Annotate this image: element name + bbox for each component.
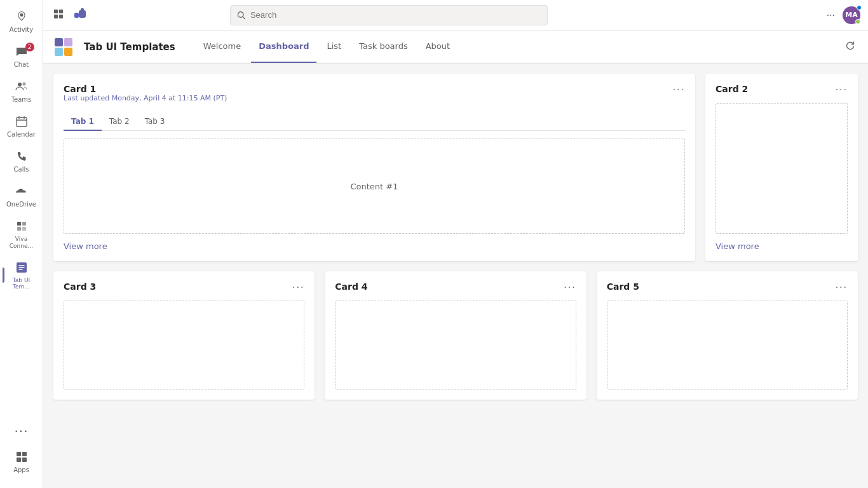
sidebar-item-label-viva: Viva Conne...: [5, 236, 38, 250]
svg-rect-22: [55, 48, 63, 56]
avatar[interactable]: MA: [843, 6, 860, 24]
svg-rect-3: [17, 222, 21, 226]
apps-icon: [14, 449, 29, 464]
online-dot: [857, 5, 862, 10]
app-header: Tab UI Templates Welcome Dashboard List …: [43, 30, 868, 64]
svg-rect-2: [17, 118, 27, 126]
search-bar[interactable]: [230, 5, 548, 25]
card-1-tab-2[interactable]: Tab 2: [102, 113, 137, 131]
viva-icon: [14, 219, 29, 234]
nav-item-welcome[interactable]: Welcome: [196, 30, 248, 63]
svg-rect-21: [64, 38, 72, 46]
onedrive-icon: [14, 184, 29, 199]
sidebar-item-viva[interactable]: Viva Conne...: [3, 215, 41, 254]
svg-rect-8: [17, 452, 21, 456]
svg-rect-13: [59, 10, 63, 13]
svg-rect-14: [54, 15, 58, 18]
teams-icon: [14, 79, 29, 94]
avatar-status-dot: [855, 19, 860, 24]
sidebar-more-button[interactable]: ···: [3, 420, 41, 443]
sidebar: Activity 2 Chat Teams Calend: [0, 0, 43, 488]
card-5-title: Card 5: [607, 281, 639, 292]
card-3-title: Card 3: [64, 281, 96, 292]
svg-rect-15: [59, 15, 63, 18]
activity-icon: [14, 9, 29, 24]
sidebar-item-label-calendar: Calendar: [7, 131, 36, 139]
card-5-header: Card 5 ···: [607, 281, 848, 293]
sidebar-item-label-onedrive: OneDrive: [6, 201, 36, 208]
sidebar-item-activity[interactable]: Activity: [3, 5, 41, 37]
sidebar-item-label-tabui: Tab UI Tem...: [5, 277, 38, 291]
nav-item-list[interactable]: List: [319, 30, 349, 63]
card-1-tab-1[interactable]: Tab 1: [64, 113, 102, 131]
refresh-button[interactable]: [843, 38, 858, 56]
sidebar-item-chat[interactable]: 2 Chat: [3, 40, 41, 72]
nav-item-dashboard[interactable]: Dashboard: [251, 30, 316, 63]
card-5-more-button[interactable]: ···: [836, 281, 848, 293]
card-4: Card 4 ···: [325, 271, 586, 400]
app-nav: Welcome Dashboard List Task boards About: [196, 30, 458, 63]
sidebar-item-onedrive[interactable]: OneDrive: [3, 180, 41, 212]
app-title: Tab UI Templates: [84, 41, 175, 53]
svg-rect-23: [64, 48, 72, 56]
card-2-more-button[interactable]: ···: [836, 84, 848, 95]
card-2-header: Card 2 ···: [715, 84, 848, 95]
card-1: Card 1 Last updated Monday, April 4 at 1…: [53, 74, 695, 261]
card-1-view-more[interactable]: View more: [64, 241, 685, 251]
svg-rect-6: [22, 227, 26, 231]
topbar-more-button[interactable]: ···: [824, 7, 837, 24]
content-area: Card 1 Last updated Monday, April 4 at 1…: [43, 64, 868, 488]
calls-icon: [14, 149, 29, 164]
card-2-content: [715, 103, 848, 234]
cards-bottom-row: Card 3 ··· Card 4 ··· Card 5 ···: [53, 271, 858, 400]
nav-item-about[interactable]: About: [418, 30, 458, 63]
card-1-tab-3[interactable]: Tab 3: [137, 113, 173, 131]
card-5-content: [607, 301, 848, 390]
card-4-header: Card 4 ···: [335, 281, 576, 293]
sidebar-item-label-apps: Apps: [13, 466, 29, 474]
svg-rect-9: [22, 452, 27, 456]
card-4-content: [335, 301, 576, 390]
grid-menu-button[interactable]: [51, 6, 66, 24]
sidebar-item-apps[interactable]: Apps: [3, 445, 41, 478]
card-3-header: Card 3 ···: [64, 281, 304, 293]
calendar-icon: [14, 114, 29, 129]
sidebar-item-label-activity: Activity: [10, 26, 33, 34]
search-input[interactable]: [250, 10, 541, 20]
chat-badge: 2: [25, 43, 34, 51]
svg-point-0: [18, 83, 22, 86]
card-1-content: Content #1: [64, 139, 685, 234]
sidebar-item-label-calls: Calls: [14, 166, 29, 173]
svg-point-17: [81, 8, 84, 11]
topbar: ··· MA: [43, 0, 868, 30]
search-icon: [237, 11, 245, 20]
card-1-title: Card 1: [64, 84, 227, 94]
teams-logo: [71, 6, 89, 24]
svg-rect-20: [55, 38, 63, 46]
card-1-header: Card 1 Last updated Monday, April 4 at 1…: [64, 84, 685, 110]
svg-rect-12: [54, 10, 58, 13]
sidebar-item-tabui[interactable]: Tab UI Tem...: [3, 256, 41, 295]
card-3: Card 3 ···: [53, 271, 315, 400]
card-2: Card 2 ··· View more: [705, 74, 858, 261]
svg-point-1: [22, 83, 25, 86]
nav-item-taskboards[interactable]: Task boards: [351, 30, 416, 63]
card-3-content: [64, 301, 304, 390]
topbar-right: ··· MA: [824, 6, 860, 24]
card-4-title: Card 4: [335, 281, 367, 292]
card-1-more-button[interactable]: ···: [673, 84, 685, 95]
sidebar-item-calls[interactable]: Calls: [3, 145, 41, 177]
more-dots-icon: ···: [14, 424, 29, 439]
card-2-view-more[interactable]: View more: [715, 241, 848, 251]
sidebar-item-calendar[interactable]: Calendar: [3, 110, 41, 142]
main-container: ··· MA Tab UI Templates Welcome Dashboar…: [43, 0, 868, 488]
svg-rect-11: [22, 458, 27, 462]
tabui-icon: [14, 260, 29, 275]
card-5: Card 5 ···: [597, 271, 858, 400]
cards-top-row: Card 1 Last updated Monday, April 4 at 1…: [53, 74, 858, 261]
sidebar-item-label-teams: Teams: [11, 96, 32, 104]
sidebar-item-teams[interactable]: Teams: [3, 75, 41, 107]
svg-rect-5: [17, 227, 21, 231]
card-4-more-button[interactable]: ···: [564, 281, 576, 293]
card-3-more-button[interactable]: ···: [292, 281, 304, 293]
